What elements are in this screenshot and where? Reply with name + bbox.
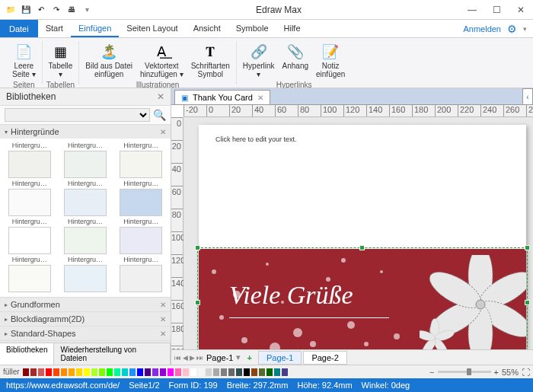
save-icon[interactable]: 💾 [20,4,32,16]
menu-file[interactable]: Datei [0,20,38,37]
background-thumb[interactable]: Hintergru… [115,218,168,254]
fullscreen-icon[interactable]: ⛶ [522,368,530,377]
color-swatch[interactable] [69,368,75,376]
signin-link[interactable]: Anmelden [463,24,501,33]
color-swatch[interactable] [38,368,44,376]
color-swatch[interactable] [236,368,242,376]
print-icon[interactable]: 🖶 [65,4,78,16]
color-swatch[interactable] [259,368,265,376]
color-swatch[interactable] [84,368,90,376]
background-thumb[interactable]: Hintergru… [59,142,111,178]
menu-start[interactable]: Start [38,21,71,37]
banner-text[interactable]: Viele Grüße [229,281,353,310]
canvas[interactable]: Click here to edit your text. Viele [184,117,533,349]
background-thumb[interactable]: Hintergru… [59,218,111,254]
section-grundformen[interactable]: ▸Grundformen✕ [0,298,171,311]
ribbon-notiz[interactable]: 📝Notizeinfügen [313,41,348,80]
color-swatch[interactable] [145,368,151,376]
zoom-control[interactable]: −+55%⛶ [429,368,530,377]
search-icon[interactable]: 🔍 [153,109,166,121]
ribbon-vektortext[interactable]: A͟Vektortexthinzufügen ▾ [137,41,187,80]
color-swatch[interactable] [107,368,113,376]
close-icon[interactable]: ✕ [160,128,166,136]
library-tab-0[interactable]: Bibliotheken [0,343,54,365]
undo-icon[interactable]: ↶ [35,4,47,16]
background-thumb[interactable]: Hintergru… [59,180,111,216]
section-standard-shapes[interactable]: ▸Standard-Shapes✕ [0,327,171,340]
color-swatch[interactable] [221,368,227,376]
background-thumb[interactable]: Hintergru… [3,256,56,292]
section-blockdiagramm(2d)[interactable]: ▸Blockdiagramm(2D)✕ [0,312,171,326]
color-swatch[interactable] [213,368,219,376]
color-swatch[interactable] [175,368,181,376]
background-thumb[interactable]: Hintergru… [59,256,111,292]
color-swatch[interactable] [122,368,128,376]
color-swatch[interactable] [23,368,29,376]
redo-icon[interactable]: ↷ [50,4,62,16]
page-nav[interactable]: ⏮◀▶⏭ [174,354,203,362]
color-swatch[interactable] [61,368,67,376]
ribbon-anhang[interactable]: 📎Anhang [279,41,311,80]
menu-symbole[interactable]: Symbole [228,21,276,37]
section-hintergründe[interactable]: ▾Hintergründe✕ [0,125,171,139]
menu-hilfe[interactable]: Hilfe [276,21,308,37]
color-swatch[interactable] [266,368,273,376]
color-swatch[interactable] [183,368,189,376]
close-icon[interactable]: ✕ [157,91,164,102]
ribbon-leere[interactable]: 📄LeereSeite ▾ [9,41,39,80]
maximize-button[interactable]: ☐ [484,0,509,20]
library-tab-1[interactable]: Wiederherstellung von Dateien [54,343,171,365]
background-thumb[interactable]: Hintergru… [115,180,168,216]
library-search-select[interactable] [5,108,150,122]
ribbon-tabelle[interactable]: ▦Tabelle▾ [46,41,76,80]
color-swatch[interactable] [53,368,59,376]
folder-icon[interactable]: 📁 [5,4,17,16]
banner-shape[interactable]: Viele Grüße [199,249,526,349]
color-swatch[interactable] [137,368,143,376]
menu-ansicht[interactable]: Ansicht [186,21,228,37]
color-swatch[interactable] [46,368,52,376]
add-page-button[interactable]: + [244,353,254,362]
color-swatch[interactable] [274,368,280,376]
page[interactable]: Click here to edit your text. Viele [199,125,526,349]
color-swatch[interactable] [228,368,235,376]
color-swatch[interactable] [244,368,250,376]
background-thumb[interactable]: Hintergru… [115,142,168,178]
close-icon[interactable]: ✕ [257,94,263,102]
gear-icon[interactable]: ⚙ [507,23,517,35]
color-swatch[interactable] [99,368,105,376]
close-button[interactable]: ✕ [509,0,533,20]
page-tab-Page-1[interactable]: Page-1 [258,351,302,365]
more-icon[interactable]: ▾ [81,4,93,16]
ribbon-bild-aus-datei[interactable]: 🏝️Bild aus Dateieinfügen [82,41,136,80]
color-swatch[interactable] [114,368,120,376]
menu-einfügen[interactable]: Einfügen [71,21,119,37]
document-tab[interactable]: ▣ Thank You Card ✕ [174,90,270,104]
color-swatch[interactable] [251,368,257,376]
collapse-ribbon-icon[interactable]: ▾ [523,25,527,33]
menu-seiten-layout[interactable]: Seiten Layout [119,21,185,37]
color-swatch[interactable] [198,368,204,376]
background-thumb[interactable]: Hintergru… [3,218,56,254]
color-swatch[interactable] [168,368,174,376]
color-swatch[interactable] [129,368,136,376]
page-tab-Page-2[interactable]: Page-2 [303,351,346,365]
close-icon[interactable]: ✕ [160,301,166,309]
color-swatch[interactable] [91,368,97,376]
color-swatch[interactable] [152,368,158,376]
background-thumb[interactable]: Hintergru… [3,180,56,216]
background-thumb[interactable]: Hintergru… [115,256,168,292]
color-swatch[interactable] [282,368,288,376]
ribbon-schriftarten[interactable]: 𝐓SchriftartenSymbol [188,41,233,80]
color-swatch[interactable] [76,368,82,376]
expand-panel-icon[interactable]: ‹ [522,88,533,105]
close-icon[interactable]: ✕ [160,330,166,338]
background-thumb[interactable]: Hintergru… [3,142,56,178]
placeholder-text[interactable]: Click here to edit your text. [215,135,297,143]
color-swatch[interactable] [160,368,166,376]
color-swatch[interactable] [30,368,37,376]
minimize-button[interactable]: ― [460,0,484,20]
ribbon-hyperlink[interactable]: 🔗Hyperlink▾ [240,41,278,80]
flower-graphic[interactable] [420,255,526,349]
color-swatch[interactable] [190,368,196,376]
